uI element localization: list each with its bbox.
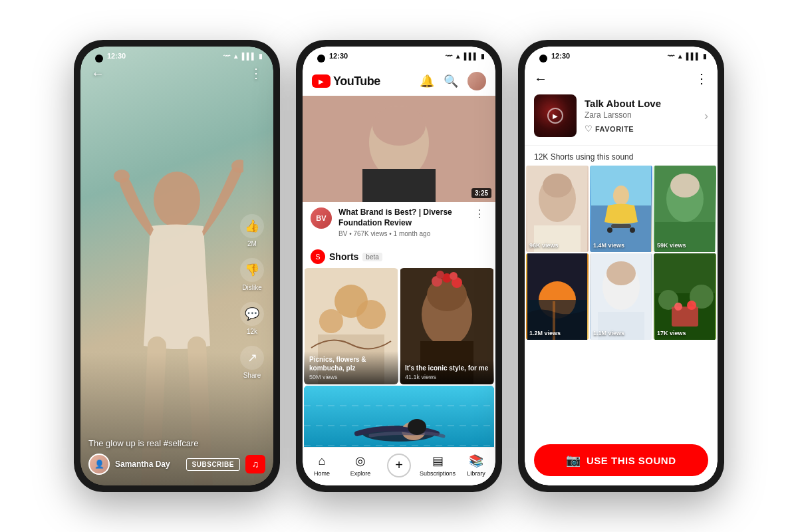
phone-2: 12:30 〰 ▲ ▌▌▌ ▮ YouTube 🔔 <box>296 40 502 492</box>
svg-point-28 <box>408 419 426 435</box>
sound-video-2[interactable]: 1.4M views <box>590 166 652 252</box>
favorite-label: FAVORITE <box>595 125 634 133</box>
user-row: 👤 Samantha Day SUBSCRIBE ♫ <box>88 454 265 475</box>
subscribe-button[interactable]: SUBSCRIBE <box>186 458 240 471</box>
short1-overlay: Picnics, flowers & kombucha, plz 50M vie… <box>304 351 398 384</box>
svg-point-41 <box>670 174 700 198</box>
user-name: Samantha Day <box>115 460 181 469</box>
svg-point-59 <box>687 301 696 310</box>
svg-point-10 <box>356 300 386 329</box>
short2-title: It's the iconic style, for me <box>405 364 489 372</box>
comment-icon-btn[interactable]: 💬 <box>240 302 264 326</box>
svg-rect-57 <box>672 307 698 327</box>
vibrate-icon3: 〰 <box>668 53 674 60</box>
phone1-topbar: ← ⋮ <box>80 65 273 81</box>
vibrate-icon2: 〰 <box>446 53 452 60</box>
channel-avatar: BV <box>311 207 332 229</box>
svg-point-18 <box>436 271 444 279</box>
phone1-status-bar: 12:30 〰 ▲ ▌▌▌ ▮ <box>80 47 273 63</box>
nav-home[interactable]: ⌂ Home <box>303 454 341 477</box>
sound-video-1[interactable]: 96K views <box>526 166 589 252</box>
dislike-icon-btn[interactable]: 👎 <box>240 258 264 282</box>
phone3-topbar: ← ⋮ <box>525 65 718 92</box>
youtube-header: YouTube 🔔 🔍 <box>303 65 495 96</box>
share-action[interactable]: ↗ Share <box>240 346 264 379</box>
svg-point-38 <box>630 227 635 233</box>
phone2-status-bar: 12:30 〰 ▲ ▌▌▌ ▮ <box>303 47 495 63</box>
phone3-time: 12:30 <box>551 52 570 60</box>
sound-video-4[interactable]: 1.2M views <box>526 253 589 340</box>
like-icon-btn[interactable]: 👍 <box>240 214 264 238</box>
shorts-header: S Shorts beta <box>303 244 495 268</box>
share-icon-btn[interactable]: ↗ <box>240 346 264 370</box>
dislike-action[interactable]: 👎 Dislike <box>240 258 264 291</box>
use-sound-label: USE THIS SOUND <box>587 455 676 466</box>
svg-point-37 <box>607 227 612 233</box>
like-action[interactable]: 👍 2M <box>240 214 264 247</box>
comment-action[interactable]: 💬 12k <box>240 302 264 335</box>
phone3-content: 12:30 〰 ▲ ▌▌▌ ▮ ← ⋮ ▶ <box>525 47 718 485</box>
more-options-p3[interactable]: ⋮ <box>695 70 708 86</box>
phone2-scroll: YouTube 🔔 🔍 <box>303 47 495 447</box>
create-button[interactable]: + <box>387 454 411 477</box>
thumbnail-image <box>303 96 495 202</box>
short-item-1[interactable]: Picnics, flowers & kombucha, plz 50M vie… <box>304 268 398 384</box>
short-item-2[interactable]: It's the iconic style, for me 41.1k view… <box>400 268 494 384</box>
song-chevron-icon[interactable]: › <box>704 109 708 123</box>
user-avatar-header[interactable] <box>467 72 486 90</box>
swimming-video[interactable] <box>304 386 494 447</box>
video-sub-info: BV • 767K views • 1 month ago <box>338 230 465 237</box>
svg-point-35 <box>613 186 629 205</box>
phone1-time: 12:30 <box>107 52 126 60</box>
more-options-button[interactable]: ⋮ <box>249 65 263 81</box>
sound-video-5[interactable]: 1.1M views <box>590 253 652 340</box>
back-button-p3[interactable]: ← <box>534 71 547 86</box>
battery-icon: ▮ <box>259 53 263 60</box>
like-count: 2M <box>247 240 257 247</box>
svg-point-1 <box>114 170 130 183</box>
phone-1-screen: 12:30 〰 ▲ ▌▌▌ ▮ ← ⋮ 👍 2M 👎 Dislike <box>80 47 273 485</box>
nav-create[interactable]: + <box>380 454 418 477</box>
play-button-thumb[interactable]: ▶ <box>547 108 563 124</box>
signal-icon2: ▌▌▌ <box>464 53 478 60</box>
song-artist: Zara Larsson <box>585 110 696 120</box>
sv6-image <box>654 253 716 340</box>
video-more-options[interactable]: ⋮ <box>471 207 487 237</box>
use-this-sound-button[interactable]: 📷 USE THIS SOUND <box>534 444 708 476</box>
video-caption: The glow up is real #selfcare <box>88 438 265 448</box>
svg-point-50 <box>606 261 636 285</box>
song-info: Talk About Love Zara Larsson ♡ FAVORITE <box>585 98 696 134</box>
song-favorite[interactable]: ♡ FAVORITE <box>585 124 696 134</box>
nav-explore[interactable]: ◎ Explore <box>341 454 380 477</box>
shorts-grid: Picnics, flowers & kombucha, plz 50M vie… <box>303 268 495 384</box>
search-button[interactable]: 🔍 <box>444 74 458 88</box>
sound-video-3[interactable]: 59K views <box>654 166 716 252</box>
wifi-icon3: ▲ <box>677 53 684 60</box>
phone1-bottom-info: The glow up is real #selfcare 👤 Samantha… <box>80 438 273 475</box>
nav-library[interactable]: 📚 Library <box>457 454 495 477</box>
bell-button[interactable]: 🔔 <box>420 74 434 88</box>
battery-icon3: ▮ <box>703 53 707 60</box>
home-icon: ⌂ <box>319 454 326 468</box>
video-title[interactable]: What Brand is Best? | Diverse Foundation… <box>338 207 465 228</box>
explore-icon: ◎ <box>355 454 366 468</box>
featured-video-card: 3:25 BV What Brand is Best? | Diverse Fo… <box>303 96 495 243</box>
music-button[interactable]: ♫ <box>245 455 265 473</box>
svg-rect-36 <box>611 224 631 228</box>
back-button[interactable]: ← <box>91 66 104 81</box>
signal-icon: ▌▌▌ <box>242 53 256 60</box>
song-title: Talk About Love <box>585 98 696 109</box>
phone-1: 12:30 〰 ▲ ▌▌▌ ▮ ← ⋮ 👍 2M 👎 Dislike <box>74 40 280 492</box>
sound-video-6[interactable]: 17K views <box>654 253 716 340</box>
sv4-views: 1.2M views <box>529 330 561 336</box>
duration-badge: 3:25 <box>471 188 491 198</box>
sv5-image <box>590 253 652 340</box>
library-icon: 📚 <box>469 454 483 468</box>
video-stats: 767K views • 1 month ago <box>353 230 430 237</box>
song-thumb-inner: ▶ <box>534 94 577 137</box>
signal-icon3: ▌▌▌ <box>686 53 700 60</box>
video-thumbnail[interactable]: 3:25 <box>303 96 495 202</box>
channel-name: BV <box>338 230 347 237</box>
nav-subscriptions[interactable]: ▤ Subscriptions <box>418 454 457 477</box>
svg-point-31 <box>543 174 572 198</box>
